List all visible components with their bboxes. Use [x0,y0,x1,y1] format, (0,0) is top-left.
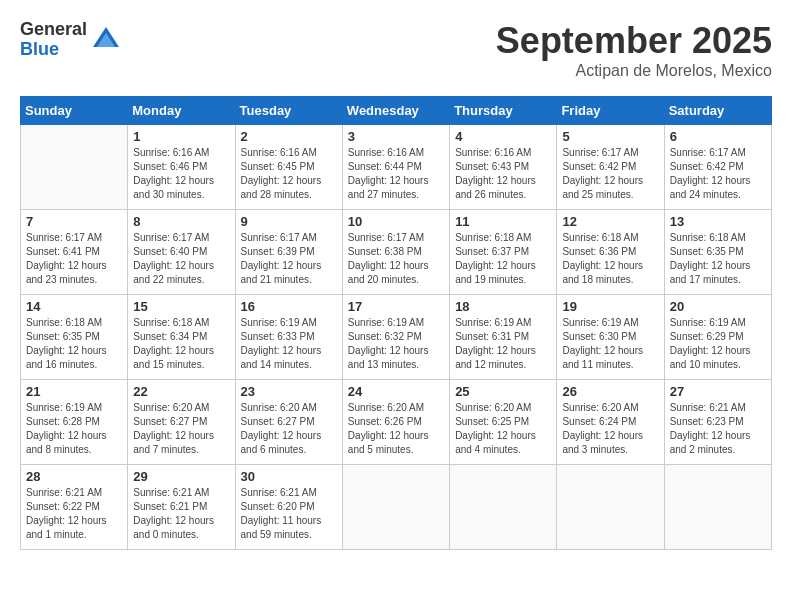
calendar-cell: 2Sunrise: 6:16 AM Sunset: 6:45 PM Daylig… [235,125,342,210]
day-info: Sunrise: 6:17 AM Sunset: 6:39 PM Dayligh… [241,231,337,287]
day-info: Sunrise: 6:20 AM Sunset: 6:27 PM Dayligh… [133,401,229,457]
day-info: Sunrise: 6:19 AM Sunset: 6:30 PM Dayligh… [562,316,658,372]
day-info: Sunrise: 6:19 AM Sunset: 6:33 PM Dayligh… [241,316,337,372]
calendar-cell [21,125,128,210]
day-number: 2 [241,129,337,144]
day-number: 3 [348,129,444,144]
weekday-header-wednesday: Wednesday [342,97,449,125]
calendar-cell [664,465,771,550]
day-info: Sunrise: 6:19 AM Sunset: 6:32 PM Dayligh… [348,316,444,372]
calendar-cell: 21Sunrise: 6:19 AM Sunset: 6:28 PM Dayli… [21,380,128,465]
calendar-cell: 10Sunrise: 6:17 AM Sunset: 6:38 PM Dayli… [342,210,449,295]
weekday-header-thursday: Thursday [450,97,557,125]
calendar-cell: 24Sunrise: 6:20 AM Sunset: 6:26 PM Dayli… [342,380,449,465]
day-info: Sunrise: 6:20 AM Sunset: 6:26 PM Dayligh… [348,401,444,457]
day-number: 16 [241,299,337,314]
calendar-cell: 14Sunrise: 6:18 AM Sunset: 6:35 PM Dayli… [21,295,128,380]
week-row-1: 1Sunrise: 6:16 AM Sunset: 6:46 PM Daylig… [21,125,772,210]
day-info: Sunrise: 6:21 AM Sunset: 6:20 PM Dayligh… [241,486,337,542]
day-number: 28 [26,469,122,484]
day-info: Sunrise: 6:18 AM Sunset: 6:36 PM Dayligh… [562,231,658,287]
day-info: Sunrise: 6:20 AM Sunset: 6:24 PM Dayligh… [562,401,658,457]
calendar-cell: 15Sunrise: 6:18 AM Sunset: 6:34 PM Dayli… [128,295,235,380]
calendar-cell: 19Sunrise: 6:19 AM Sunset: 6:30 PM Dayli… [557,295,664,380]
calendar-cell: 20Sunrise: 6:19 AM Sunset: 6:29 PM Dayli… [664,295,771,380]
day-info: Sunrise: 6:17 AM Sunset: 6:40 PM Dayligh… [133,231,229,287]
calendar-cell [557,465,664,550]
calendar-cell: 9Sunrise: 6:17 AM Sunset: 6:39 PM Daylig… [235,210,342,295]
day-info: Sunrise: 6:18 AM Sunset: 6:35 PM Dayligh… [26,316,122,372]
month-title: September 2025 [496,20,772,62]
day-number: 27 [670,384,766,399]
day-info: Sunrise: 6:21 AM Sunset: 6:23 PM Dayligh… [670,401,766,457]
day-info: Sunrise: 6:16 AM Sunset: 6:44 PM Dayligh… [348,146,444,202]
day-number: 17 [348,299,444,314]
calendar-cell: 23Sunrise: 6:20 AM Sunset: 6:27 PM Dayli… [235,380,342,465]
calendar-cell: 25Sunrise: 6:20 AM Sunset: 6:25 PM Dayli… [450,380,557,465]
day-info: Sunrise: 6:21 AM Sunset: 6:21 PM Dayligh… [133,486,229,542]
day-number: 5 [562,129,658,144]
day-number: 1 [133,129,229,144]
calendar-cell: 8Sunrise: 6:17 AM Sunset: 6:40 PM Daylig… [128,210,235,295]
day-info: Sunrise: 6:19 AM Sunset: 6:29 PM Dayligh… [670,316,766,372]
calendar-cell: 13Sunrise: 6:18 AM Sunset: 6:35 PM Dayli… [664,210,771,295]
day-number: 21 [26,384,122,399]
calendar-cell: 28Sunrise: 6:21 AM Sunset: 6:22 PM Dayli… [21,465,128,550]
day-number: 6 [670,129,766,144]
day-info: Sunrise: 6:16 AM Sunset: 6:46 PM Dayligh… [133,146,229,202]
logo-general-text: General [20,20,87,40]
logo: General Blue [20,20,121,60]
day-number: 10 [348,214,444,229]
day-number: 18 [455,299,551,314]
day-info: Sunrise: 6:18 AM Sunset: 6:37 PM Dayligh… [455,231,551,287]
location-title: Actipan de Morelos, Mexico [496,62,772,80]
calendar-cell: 18Sunrise: 6:19 AM Sunset: 6:31 PM Dayli… [450,295,557,380]
day-number: 15 [133,299,229,314]
calendar-cell: 3Sunrise: 6:16 AM Sunset: 6:44 PM Daylig… [342,125,449,210]
week-row-5: 28Sunrise: 6:21 AM Sunset: 6:22 PM Dayli… [21,465,772,550]
day-info: Sunrise: 6:18 AM Sunset: 6:35 PM Dayligh… [670,231,766,287]
day-number: 30 [241,469,337,484]
day-info: Sunrise: 6:18 AM Sunset: 6:34 PM Dayligh… [133,316,229,372]
calendar-cell: 30Sunrise: 6:21 AM Sunset: 6:20 PM Dayli… [235,465,342,550]
day-number: 29 [133,469,229,484]
week-row-3: 14Sunrise: 6:18 AM Sunset: 6:35 PM Dayli… [21,295,772,380]
day-number: 9 [241,214,337,229]
day-info: Sunrise: 6:20 AM Sunset: 6:25 PM Dayligh… [455,401,551,457]
day-number: 4 [455,129,551,144]
calendar-cell: 17Sunrise: 6:19 AM Sunset: 6:32 PM Dayli… [342,295,449,380]
day-info: Sunrise: 6:21 AM Sunset: 6:22 PM Dayligh… [26,486,122,542]
day-number: 11 [455,214,551,229]
weekday-header-row: SundayMondayTuesdayWednesdayThursdayFrid… [21,97,772,125]
day-info: Sunrise: 6:17 AM Sunset: 6:38 PM Dayligh… [348,231,444,287]
calendar-cell: 12Sunrise: 6:18 AM Sunset: 6:36 PM Dayli… [557,210,664,295]
calendar-cell: 29Sunrise: 6:21 AM Sunset: 6:21 PM Dayli… [128,465,235,550]
day-info: Sunrise: 6:17 AM Sunset: 6:41 PM Dayligh… [26,231,122,287]
header: General Blue September 2025 Actipan de M… [20,20,772,80]
week-row-2: 7Sunrise: 6:17 AM Sunset: 6:41 PM Daylig… [21,210,772,295]
day-number: 20 [670,299,766,314]
calendar-cell: 7Sunrise: 6:17 AM Sunset: 6:41 PM Daylig… [21,210,128,295]
calendar-cell: 6Sunrise: 6:17 AM Sunset: 6:42 PM Daylig… [664,125,771,210]
logo-icon [91,25,121,55]
day-info: Sunrise: 6:16 AM Sunset: 6:43 PM Dayligh… [455,146,551,202]
weekday-header-saturday: Saturday [664,97,771,125]
day-number: 8 [133,214,229,229]
weekday-header-friday: Friday [557,97,664,125]
day-info: Sunrise: 6:17 AM Sunset: 6:42 PM Dayligh… [670,146,766,202]
day-info: Sunrise: 6:17 AM Sunset: 6:42 PM Dayligh… [562,146,658,202]
day-info: Sunrise: 6:16 AM Sunset: 6:45 PM Dayligh… [241,146,337,202]
day-number: 13 [670,214,766,229]
week-row-4: 21Sunrise: 6:19 AM Sunset: 6:28 PM Dayli… [21,380,772,465]
calendar-cell [342,465,449,550]
day-number: 7 [26,214,122,229]
title-area: September 2025 Actipan de Morelos, Mexic… [496,20,772,80]
day-number: 23 [241,384,337,399]
calendar-cell: 22Sunrise: 6:20 AM Sunset: 6:27 PM Dayli… [128,380,235,465]
calendar-cell: 16Sunrise: 6:19 AM Sunset: 6:33 PM Dayli… [235,295,342,380]
day-number: 26 [562,384,658,399]
calendar-cell: 1Sunrise: 6:16 AM Sunset: 6:46 PM Daylig… [128,125,235,210]
day-number: 24 [348,384,444,399]
day-info: Sunrise: 6:20 AM Sunset: 6:27 PM Dayligh… [241,401,337,457]
day-info: Sunrise: 6:19 AM Sunset: 6:31 PM Dayligh… [455,316,551,372]
